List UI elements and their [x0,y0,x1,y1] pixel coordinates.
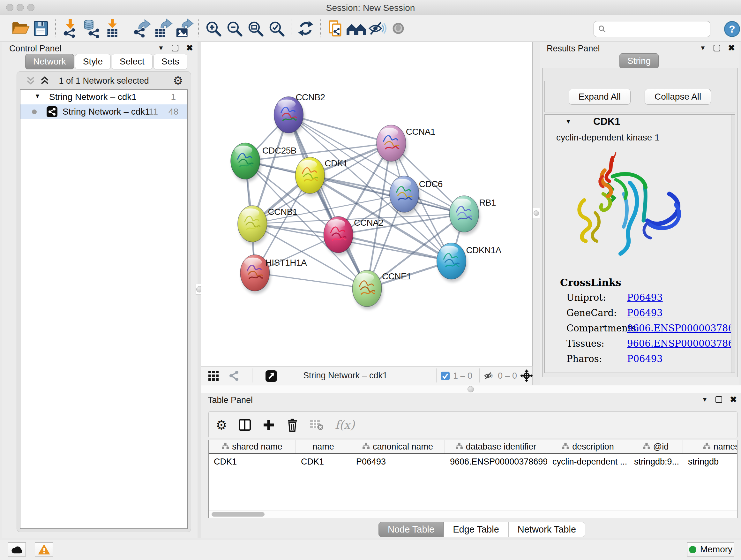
network-node-CCNB1[interactable] [238,206,268,245]
network-node-CDKN1A[interactable] [437,243,468,282]
control-panel-minimize-icon[interactable]: ▼ [158,44,164,52]
network-edge-CCNA2-CDKN1A[interactable] [338,235,451,261]
network-node-CCNE1[interactable] [352,270,383,310]
network-node-CDK1[interactable] [295,157,326,196]
network-share-icon[interactable] [228,370,239,382]
clone-network-icon[interactable] [325,18,346,39]
table-panel-float-icon[interactable] [716,396,722,403]
column-header-canonical-name[interactable]: canonical name [351,440,445,453]
network-node-CCNB2[interactable] [274,97,305,136]
network-row[interactable]: String Network – cdk1 11 48 [20,105,187,119]
zoom-in-icon[interactable] [203,18,224,39]
tab-edge-table[interactable]: Edge Table [444,522,509,537]
column-header-database-identifier[interactable]: database identifier [445,440,547,453]
node-label-CCNB1: CCNB1 [268,207,297,217]
control-panel-close-icon[interactable]: ✖ [186,44,193,52]
network-node-CCNA1[interactable] [377,125,407,164]
tab-sets[interactable]: Sets [153,54,187,69]
crosslink-link[interactable]: P06493 [627,307,663,318]
network-canvas[interactable]: CCNB2CCNA1CDC25BCDK1CDC6RB1CCNB1CCNA2CDK… [201,42,533,366]
memory-button[interactable]: Memory [687,543,734,557]
import-table-file-icon[interactable] [102,18,123,39]
tab-network-table[interactable]: Network Table [509,522,585,537]
network-node-RB1[interactable] [449,196,480,235]
table-cell[interactable]: CDK1 [209,454,296,469]
tab-string[interactable]: String [619,53,659,69]
collection-expand-icon[interactable]: ▼ [35,92,41,100]
warnings-button[interactable] [35,543,53,557]
export-network-icon[interactable] [131,18,152,39]
table-cell[interactable]: stringdb:9... [629,454,683,469]
grid-view-icon[interactable] [208,370,219,382]
home-networks-icon[interactable] [346,18,367,39]
import-network-file-icon[interactable] [60,18,81,39]
crosslink-link[interactable]: P06493 [627,354,663,364]
birds-eye-view-icon[interactable] [266,370,277,383]
table-row[interactable]: CDK1CDK1P064939606.ENSP00000378699cyclin… [209,454,737,469]
crosslink-link[interactable]: 9606.ENSP00000378699 [627,323,735,334]
column-header-label: canonical name [373,442,433,452]
crosslink-link[interactable]: 9606.ENSP00000378699 [627,338,735,349]
save-session-icon[interactable] [30,18,51,39]
show-columns-icon[interactable] [238,418,252,432]
show-all-icon[interactable] [388,18,409,39]
table-cell[interactable]: P06493 [351,454,445,469]
horizontal-splitter[interactable] [201,385,741,393]
table-panel-minimize-icon[interactable]: ▼ [701,395,708,403]
control-panel-float-icon[interactable] [172,45,179,51]
results-scrollbar[interactable] [731,115,735,373]
table-cell[interactable]: 9606.ENSP00000378699 [445,454,547,469]
zoom-out-icon[interactable] [224,18,245,39]
zoom-selected-icon[interactable] [266,18,287,39]
network-options-gear-icon[interactable]: ⚙ [173,74,183,87]
column-header--id[interactable]: @id [629,440,683,453]
tab-select[interactable]: Select [112,54,152,69]
splitter-handle[interactable] [532,208,540,218]
table-options-gear-icon[interactable]: ⚙ [216,418,227,432]
toolbar-separator [291,19,291,37]
delete-column-icon[interactable] [286,418,299,432]
open-session-icon[interactable] [9,18,30,39]
node-result-header[interactable]: ▼ CDK1 [545,115,735,129]
collapse-entry-icon[interactable]: ▼ [565,118,571,125]
column-header-description[interactable]: description [547,440,629,453]
create-column-icon[interactable] [262,419,275,431]
table-cell[interactable]: cyclin-dependent ... [547,454,629,469]
network-collection-row[interactable]: ▼ String Network – cdk1 1 [20,90,187,105]
selected-checkbox-icon[interactable] [441,372,450,381]
tab-node-table[interactable]: Node Table [379,522,444,537]
network-node-CCNA2[interactable] [324,216,354,256]
table-panel-close-icon[interactable]: ✖ [730,395,737,403]
shared-column-icon [222,442,229,452]
fit-selected-crosshair-icon[interactable] [520,369,533,383]
crosslink-link[interactable]: P06493 [627,292,663,303]
search-input[interactable] [607,24,702,34]
import-network-database-icon[interactable] [81,18,102,39]
results-panel-close-icon[interactable]: ✖ [728,44,735,52]
help-button[interactable]: ? [724,20,741,38]
table-horizontal-scrollbar[interactable] [209,510,737,518]
table-cell[interactable]: stringdb [683,454,738,469]
cloud-button[interactable] [8,543,26,557]
scrollbar-thumb[interactable] [212,512,265,516]
hide-selected-icon[interactable] [367,18,388,39]
left-splitter[interactable] [198,42,201,538]
tab-style[interactable]: Style [75,54,111,69]
results-panel-float-icon[interactable] [714,45,720,51]
network-edge-HIST1H1A-CCNE1[interactable] [255,273,367,289]
splitter-handle[interactable] [468,386,474,392]
refresh-view-icon[interactable] [295,18,316,39]
collapse-all-button[interactable]: Collapse All [645,89,711,105]
expand-all-button[interactable]: Expand All [569,89,630,105]
right-splitter[interactable] [533,42,540,385]
tab-network[interactable]: Network [25,54,74,69]
delete-table-icon-disabled [310,419,324,431]
export-image-icon[interactable] [173,18,194,39]
column-header-shared-name[interactable]: shared name [209,440,296,453]
zoom-fit-icon[interactable] [245,18,266,39]
column-header-namespace[interactable]: namespace [683,440,738,453]
results-panel-minimize-icon[interactable]: ▼ [699,44,706,52]
export-table-icon[interactable] [152,18,173,39]
column-header-name[interactable]: name [296,440,351,453]
table-cell[interactable]: CDK1 [296,454,351,469]
